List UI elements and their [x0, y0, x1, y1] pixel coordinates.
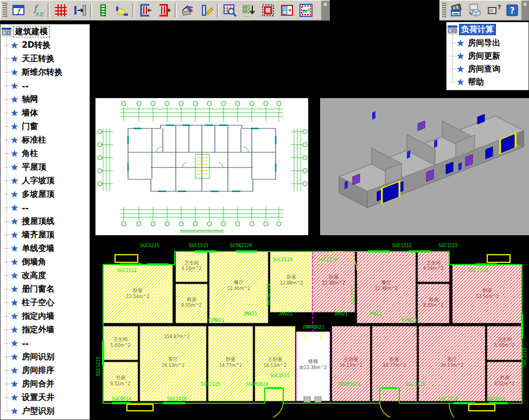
svg-text:6.51m^2: 6.51m^2 [494, 382, 514, 386]
toolbar-drag-handle[interactable] [2, 3, 7, 18]
svg-text:天正: 天正 [35, 12, 44, 17]
palette-item-room-export[interactable]: ★房间导出 [450, 36, 528, 49]
palette-item-delete-openname[interactable]: ★册门窗名 [4, 282, 90, 296]
svg-text:卧室: 卧室 [390, 357, 399, 362]
star-icon: ★ [10, 325, 18, 334]
window-label: SGC2418 [438, 396, 458, 402]
room-region[interactable] [452, 264, 522, 323]
wall-insert-right-button[interactable] [155, 2, 174, 19]
palette-item-room-sort[interactable]: ★房间排序 [4, 364, 90, 377]
palette-item-change-height[interactable]: ★改高度 [4, 269, 90, 282]
room-numbering-button[interactable]: 001002..... [239, 2, 258, 19]
axis-grid-button[interactable] [51, 2, 70, 19]
palette-item-separator[interactable]: ★-- [4, 79, 90, 93]
palette-item-list: ★房间导出 ★房间更新 ★房间查询 ★帮助 [447, 36, 528, 88]
palette-window-icon [2, 28, 11, 36]
star-icon: ★ [456, 77, 464, 87]
palette-item-axis-grid[interactable]: ★轴网 [4, 93, 90, 106]
entrance-step [304, 397, 310, 402]
svg-text:.....: ..... [243, 14, 249, 17]
model-3d-icon [468, 3, 482, 17]
corner-window-button[interactable] [112, 2, 131, 19]
room-region[interactable] [103, 264, 173, 323]
palette-item-separator[interactable]: ★-- [4, 337, 90, 350]
palette-item-room-merge[interactable]: ★房间合并 [4, 377, 90, 391]
toolbar-close-button[interactable]: x [321, 1, 329, 20]
door-label: FM甲0921 [303, 325, 324, 330]
floor-plan-2d-drawing [95, 98, 308, 235]
wall-insert-left-button[interactable] [136, 2, 155, 19]
stair-2d [195, 154, 209, 178]
palette-item-wall[interactable]: ★墙体 [4, 106, 90, 120]
palette-item-room-identify[interactable]: ★房间识别 [4, 350, 90, 364]
svg-text:14.77m^2: 14.77m^2 [219, 363, 243, 368]
window-label: SGC1215 [522, 347, 527, 367]
palette-item-standard-column[interactable]: ★标准柱 [4, 133, 90, 147]
palette-item-swell-convert[interactable]: ★斯维尔转换 [4, 66, 90, 79]
window-label: SGTW2124 [266, 284, 271, 306]
palette-item-flat-roof[interactable]: ★平屋顶 [4, 160, 90, 174]
star-icon: ★ [10, 244, 18, 253]
model-3d-button[interactable] [466, 2, 485, 19]
svg-text:主卧室: 主卧室 [268, 357, 283, 362]
palette-item-set-inner-wall[interactable]: ★指定内墙 [4, 309, 90, 323]
door-window-button[interactable] [93, 2, 112, 19]
palette-item-line-to-wall[interactable]: ★单线变墙 [4, 242, 90, 255]
palette-item-gable-roof[interactable]: ★人字坡顶 [4, 174, 90, 188]
svg-text:12.46m^2: 12.46m^2 [227, 286, 251, 291]
toolbar-drag-handle[interactable] [441, 3, 446, 18]
toolbar-separator [90, 3, 92, 17]
wall-create-button[interactable] [70, 2, 89, 19]
palette-item-hollow-column[interactable]: ★柱子空心 [4, 296, 90, 309]
svg-text:8.05m^2: 8.05m^2 [181, 303, 201, 308]
star-icon: ★ [10, 95, 18, 104]
svg-text:?: ? [510, 6, 515, 16]
palette-title[interactable]: 建筑建模 [13, 26, 50, 37]
palette-header: 建筑建模 [1, 24, 90, 38]
tianzheng-convert-button[interactable]: ƒ天正 [28, 2, 47, 19]
palette-item-room-query[interactable]: ★房间查询 [450, 62, 528, 75]
palette-item-wall-to-roof[interactable]: ★墙齐屋顶 [4, 228, 90, 242]
svg-text:餐厅: 餐厅 [234, 280, 244, 285]
palette-item-multi-slope-roof[interactable]: ★多坡屋顶 [4, 188, 90, 201]
room-manager-button[interactable] [277, 2, 296, 19]
palette-item-search-roofline[interactable]: ★搜屋顶线 [4, 215, 90, 228]
model-3d-viewport[interactable] [320, 98, 529, 235]
render-view-button[interactable] [448, 2, 466, 19]
palette-item-separator[interactable]: ★-- [4, 201, 90, 215]
convert-project-button[interactable]: ƒ [9, 2, 28, 19]
star-icon: ★ [10, 122, 18, 131]
palette-item-room-update[interactable]: ★房间更新 [450, 49, 528, 62]
sketch-edit-icon [181, 3, 195, 17]
context-help-button[interactable]: ? [485, 2, 503, 19]
palette-item-unit-identify[interactable]: ★户型识别 [4, 404, 90, 418]
star-icon: ★ [10, 135, 18, 145]
floor-plan-2d-viewport[interactable] [95, 98, 308, 235]
palette-item-set-patio[interactable]: ★设置天井 [4, 391, 90, 404]
svg-text:13.54m^2: 13.54m^2 [126, 294, 150, 299]
palette-item-door-window[interactable]: ★门窗 [4, 120, 90, 133]
room-identify-plan-viewport[interactable]: SGC1215 SGC1515 SGTN2124 SGC2118 SGC2118… [95, 241, 529, 417]
room-boundary-button[interactable] [258, 2, 277, 19]
room-identify-plan-drawing: SGC1215 SGC1515 SGTN2124 SGC2118 SGC2118… [95, 241, 529, 417]
palette-item-fillet-wall[interactable]: ★倒墙角 [4, 255, 90, 269]
door-label: JM021 [368, 311, 382, 316]
window-label: SGC0915 [486, 396, 506, 402]
toolbar-close-button[interactable]: x [521, 1, 528, 20]
palette-item-tianzheng-convert[interactable]: ★天正转换 [4, 52, 90, 66]
column-edit-button[interactable] [197, 2, 216, 19]
area-measure-button[interactable]: m² [296, 2, 315, 19]
sketch-edit-button[interactable] [178, 2, 197, 19]
plan-search-button[interactable] [220, 2, 239, 19]
palette-item-2d-convert[interactable]: ★2D转换 [4, 38, 90, 52]
palette-item-set-outer-wall[interactable]: ★指定外墙 [4, 323, 90, 337]
window-label: SGDM3624 [339, 382, 361, 387]
palette-item-help[interactable]: ★帮助 [450, 75, 528, 88]
palette-item-corner-column[interactable]: ★角柱 [4, 147, 90, 160]
model-3d-drawing [320, 98, 529, 235]
svg-text:卧室: 卧室 [482, 288, 492, 293]
right-unit-rooms [313, 251, 522, 401]
help-button[interactable]: ? [503, 2, 521, 19]
palette-title[interactable]: 负荷计算 [459, 24, 496, 35]
svg-text:14.77m^2: 14.77m^2 [383, 363, 406, 368]
